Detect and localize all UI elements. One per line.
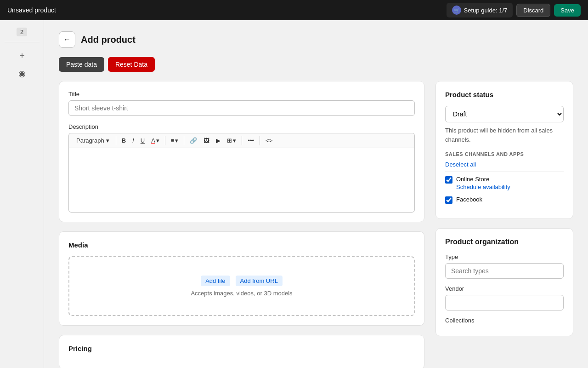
toolbar-divider-1 (116, 136, 116, 145)
product-status-card: Product status Draft Active This product… (435, 81, 573, 219)
sidebar-badge: 2 (17, 28, 27, 36)
product-org-title: Product organization (445, 238, 564, 246)
media-card-title: Media (68, 241, 415, 249)
more-icon: ••• (248, 137, 254, 144)
paragraph-chevron-icon: ▾ (106, 137, 109, 144)
facebook-checkbox[interactable] (445, 196, 452, 204)
topbar: Unsaved product 🛒 Setup guide: 1/7 Disca… (0, 0, 588, 20)
paragraph-label: Paragraph (76, 137, 104, 144)
underline-icon: U (141, 137, 145, 144)
text-color-icon: A (151, 137, 155, 144)
table-icon: ⊞ (227, 137, 232, 144)
back-button[interactable]: ← (59, 31, 75, 48)
description-editor[interactable] (68, 148, 415, 213)
underline-button[interactable]: U (138, 135, 147, 146)
text-color-chevron: ▾ (156, 137, 159, 144)
save-button[interactable]: Save (554, 4, 581, 17)
link-button[interactable]: 🔗 (187, 135, 200, 146)
left-column: Title Description Paragraph ▾ B I U (59, 81, 424, 368)
more-button[interactable]: ••• (245, 135, 257, 146)
paste-data-button[interactable]: Paste data (59, 57, 104, 72)
bold-button[interactable]: B (119, 135, 129, 146)
page-header: ← Add product (59, 31, 573, 48)
online-store-checkbox[interactable] (445, 176, 452, 184)
paragraph-dropdown[interactable]: Paragraph ▾ (73, 135, 113, 146)
type-label: Type (445, 253, 564, 260)
topbar-title: Unsaved product (7, 6, 56, 14)
video-button[interactable]: ▶ (213, 135, 223, 146)
search-types-input[interactable] (445, 263, 564, 279)
setup-guide-label: Setup guide: 1/7 (464, 7, 508, 14)
toolbar-divider-2 (165, 136, 165, 145)
plus-icon[interactable]: ＋ (15, 48, 29, 63)
add-from-url-button[interactable]: Add from URL (236, 276, 283, 286)
table-button[interactable]: ⊞ ▾ (224, 135, 239, 146)
topbar-left: Unsaved product (7, 6, 56, 14)
sales-channels-section-label: SALES CHANNELS AND APPS (445, 151, 564, 157)
pricing-card-title: Pricing (68, 345, 415, 352)
channels-divider (445, 172, 564, 172)
deselect-all-button[interactable]: Deselect all (445, 161, 476, 168)
toolbar-divider-5 (260, 136, 260, 145)
collections-label: Collections (445, 317, 564, 324)
media-card: Media Add file Add from URL Accepts imag… (59, 231, 424, 326)
status-hint: This product will be hidden from all sal… (445, 126, 564, 144)
online-store-info: Online Store Schedule availability (456, 176, 510, 190)
media-hint: Accepts images, videos, or 3D models (191, 290, 292, 297)
online-store-channel-row: Online Store Schedule availability (445, 176, 564, 190)
align-icon: ≡ (171, 137, 175, 144)
title-description-card: Title Description Paragraph ▾ B I U (59, 81, 424, 222)
vendor-input[interactable] (445, 295, 564, 310)
setup-guide-button[interactable]: 🛒 Setup guide: 1/7 (447, 3, 513, 17)
align-button[interactable]: ≡ ▾ (168, 135, 181, 146)
sidebar-divider (5, 42, 40, 42)
reset-data-button[interactable]: Reset Data (108, 57, 155, 72)
align-chevron: ▾ (175, 137, 178, 144)
main-content: ← Add product Paste data Reset Data Titl… (44, 20, 588, 368)
video-icon: ▶ (216, 137, 220, 144)
code-icon: <> (266, 137, 272, 144)
topbar-right: 🛒 Setup guide: 1/7 Discard Save (447, 3, 581, 17)
action-buttons: Paste data Reset Data (59, 57, 573, 72)
toolbar-divider-3 (184, 136, 184, 145)
description-field-label: Description (68, 123, 415, 130)
media-dropzone: Add file Add from URL Accepts images, vi… (68, 256, 415, 316)
facebook-name: Facebook (456, 196, 482, 203)
page-title: Add product (81, 34, 136, 45)
image-icon: 🖼 (204, 137, 209, 144)
bold-icon: B (122, 137, 126, 144)
eye-icon[interactable]: ◉ (15, 66, 29, 81)
rte-toolbar: Paragraph ▾ B I U A ▾ ≡ (68, 133, 415, 148)
media-links: Add file Add from URL (201, 276, 283, 286)
title-field-label: Title (68, 91, 415, 98)
facebook-info: Facebook (456, 196, 482, 203)
title-input[interactable] (68, 100, 415, 116)
product-status-title: Product status (445, 91, 564, 98)
setup-guide-avatar: 🛒 (452, 6, 461, 15)
content-layout: Title Description Paragraph ▾ B I U (59, 81, 573, 368)
online-store-name: Online Store (456, 176, 510, 183)
discard-button[interactable]: Discard (516, 4, 550, 17)
vendor-label: Vendor (445, 285, 564, 292)
italic-button[interactable]: I (130, 135, 137, 146)
image-button[interactable]: 🖼 (201, 135, 212, 146)
table-chevron: ▾ (233, 137, 236, 144)
link-icon: 🔗 (190, 137, 197, 144)
toolbar-divider-4 (242, 136, 242, 145)
text-color-button[interactable]: A ▾ (148, 135, 162, 146)
facebook-channel-row: Facebook (445, 196, 564, 204)
left-sidebar: 2 ＋ ◉ (0, 20, 44, 368)
pricing-card: Pricing (59, 335, 424, 368)
schedule-availability-button[interactable]: Schedule availability (456, 184, 510, 190)
status-select[interactable]: Draft Active (445, 106, 564, 122)
italic-icon: I (132, 137, 134, 144)
right-sidebar: Product status Draft Active This product… (435, 81, 573, 368)
add-file-button[interactable]: Add file (201, 276, 230, 286)
product-org-card: Product organization Type Vendor Collect… (435, 228, 573, 336)
code-button[interactable]: <> (263, 135, 275, 146)
